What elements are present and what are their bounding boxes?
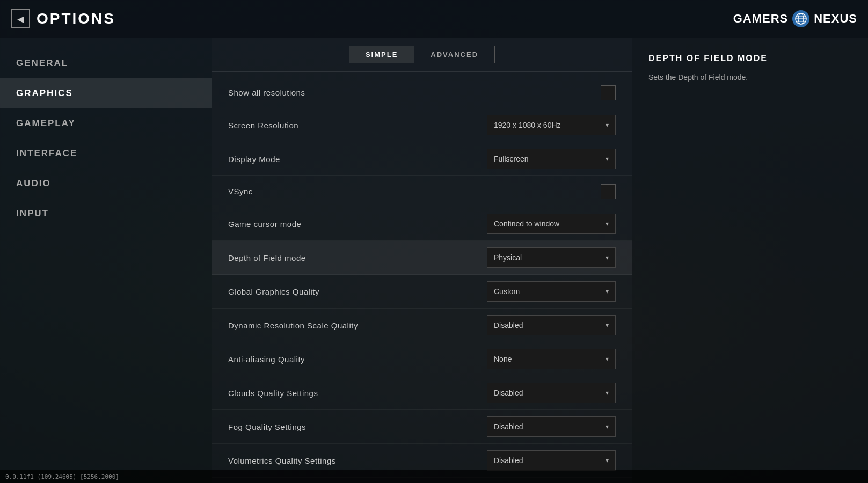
dropdown-dynamic-resolution-value: Disabled — [494, 321, 523, 330]
chevron-down-icon: ▾ — [606, 254, 609, 261]
sidebar-item-gameplay[interactable]: GAMEPLAY — [0, 108, 212, 138]
logo-globe-icon — [792, 10, 809, 27]
dropdown-depth-of-field-value: Physical — [494, 253, 522, 262]
tab-advanced[interactable]: ADVANCED — [414, 46, 495, 63]
back-arrow-icon: ◀ — [11, 9, 30, 28]
logo-area: GAMERS NEXUS — [733, 10, 857, 27]
settings-tabs: SIMPLE ADVANCED — [212, 38, 632, 72]
dropdown-clouds-quality[interactable]: Disabled ▾ — [487, 383, 616, 403]
setting-label-dynamic-resolution: Dynamic Resolution Scale Quality — [228, 321, 487, 330]
checkbox-show-all-resolutions[interactable] — [601, 85, 616, 100]
setting-control-fog-quality: Disabled ▾ — [487, 416, 616, 437]
setting-row-show-all-resolutions: Show all resolutions — [212, 77, 632, 108]
setting-label-fog-quality: Fog Quality Settings — [228, 422, 487, 431]
setting-row-anti-aliasing: Anti-aliasing Quality None ▾ — [212, 342, 632, 376]
chevron-down-icon: ▾ — [606, 220, 609, 228]
dropdown-global-graphics-quality[interactable]: Custom ▾ — [487, 281, 616, 302]
info-panel-description: Sets the Depth of Field mode. — [648, 71, 852, 83]
dropdown-anti-aliasing-value: None — [494, 355, 512, 363]
sidebar-item-interface[interactable]: INTERFACE — [0, 138, 212, 169]
svg-rect-5 — [604, 89, 612, 97]
dropdown-game-cursor-mode[interactable]: Confined to window ▾ — [487, 214, 616, 234]
setting-label-show-all-resolutions: Show all resolutions — [228, 88, 601, 97]
logo-text-1: GAMERS — [733, 12, 789, 26]
chevron-down-icon: ▾ — [606, 423, 609, 430]
dropdown-anti-aliasing[interactable]: None ▾ — [487, 349, 616, 369]
settings-list[interactable]: Show all resolutions Screen Resolution 1… — [212, 72, 632, 483]
logo-text-2: NEXUS — [814, 12, 857, 26]
dropdown-volumetrics-quality[interactable]: Disabled ▾ — [487, 450, 616, 471]
header-bar: ◀ OPTIONS GAMERS NEXUS — [0, 0, 868, 38]
setting-control-depth-of-field: Physical ▾ — [487, 247, 616, 268]
setting-control-clouds-quality: Disabled ▾ — [487, 383, 616, 403]
setting-label-clouds-quality: Clouds Quality Settings — [228, 389, 487, 398]
dropdown-screen-resolution[interactable]: 1920 x 1080 x 60Hz ▾ — [487, 115, 616, 135]
setting-label-depth-of-field: Depth of Field mode — [228, 253, 487, 262]
setting-row-dynamic-resolution: Dynamic Resolution Scale Quality Disable… — [212, 309, 632, 342]
setting-label-screen-resolution: Screen Resolution — [228, 121, 487, 130]
chevron-down-icon: ▾ — [606, 321, 609, 329]
dropdown-clouds-quality-value: Disabled — [494, 389, 523, 397]
chevron-down-icon: ▾ — [606, 457, 609, 464]
chevron-down-icon: ▾ — [606, 355, 609, 363]
dropdown-fog-quality[interactable]: Disabled ▾ — [487, 416, 616, 437]
dropdown-dynamic-resolution[interactable]: Disabled ▾ — [487, 315, 616, 335]
setting-control-volumetrics-quality: Disabled ▾ — [487, 450, 616, 471]
chevron-down-icon: ▾ — [606, 155, 609, 163]
setting-control-anti-aliasing: None ▾ — [487, 349, 616, 369]
sidebar-item-input[interactable]: INPUT — [0, 199, 212, 229]
dropdown-depth-of-field[interactable]: Physical ▾ — [487, 247, 616, 268]
chevron-down-icon: ▾ — [606, 389, 609, 397]
setting-row-vsync: VSync — [212, 176, 632, 207]
chevron-down-icon: ▾ — [606, 288, 609, 295]
setting-control-game-cursor-mode: Confined to window ▾ — [487, 214, 616, 234]
dropdown-display-mode-value: Fullscreen — [494, 155, 529, 163]
sidebar-item-general[interactable]: GENERAL — [0, 48, 212, 78]
dropdown-global-graphics-quality-value: Custom — [494, 287, 520, 296]
chevron-down-icon: ▾ — [606, 121, 609, 129]
setting-control-display-mode: Fullscreen ▾ — [487, 149, 616, 169]
setting-control-dynamic-resolution: Disabled ▾ — [487, 315, 616, 335]
sidebar: GENERAL GRAPHICS GAMEPLAY INTERFACE AUDI… — [0, 38, 212, 483]
info-panel: DEPTH OF FIELD MODE Sets the Depth of Fi… — [632, 38, 868, 483]
dropdown-fog-quality-value: Disabled — [494, 422, 523, 431]
status-text: 0.0.11f1 (109.24605) [5256.2000] — [5, 473, 119, 480]
setting-label-volumetrics-quality: Volumetrics Quality Settings — [228, 456, 487, 465]
setting-label-display-mode: Display Mode — [228, 155, 487, 164]
back-button[interactable]: ◀ OPTIONS — [11, 9, 115, 28]
setting-row-screen-resolution: Screen Resolution 1920 x 1080 x 60Hz ▾ — [212, 108, 632, 142]
setting-row-depth-of-field: Depth of Field mode Physical ▾ — [212, 241, 632, 275]
setting-label-vsync: VSync — [228, 187, 601, 196]
sidebar-item-audio[interactable]: AUDIO — [0, 169, 212, 199]
status-bar: 0.0.11f1 (109.24605) [5256.2000] — [0, 470, 868, 483]
setting-row-global-graphics-quality: Global Graphics Quality Custom ▾ — [212, 275, 632, 309]
dropdown-volumetrics-quality-value: Disabled — [494, 456, 523, 465]
dropdown-screen-resolution-value: 1920 x 1080 x 60Hz — [494, 121, 561, 129]
setting-control-global-graphics-quality: Custom ▾ — [487, 281, 616, 302]
setting-row-clouds-quality: Clouds Quality Settings Disabled ▾ — [212, 376, 632, 410]
info-panel-title: DEPTH OF FIELD MODE — [648, 54, 852, 63]
checkbox-vsync[interactable] — [601, 184, 616, 199]
page-title: OPTIONS — [37, 10, 115, 27]
setting-row-fog-quality: Fog Quality Settings Disabled ▾ — [212, 410, 632, 444]
setting-label-anti-aliasing: Anti-aliasing Quality — [228, 355, 487, 364]
setting-control-screen-resolution: 1920 x 1080 x 60Hz ▾ — [487, 115, 616, 135]
setting-row-game-cursor-mode: Game cursor mode Confined to window ▾ — [212, 207, 632, 241]
main-content: GENERAL GRAPHICS GAMEPLAY INTERFACE AUDI… — [0, 38, 868, 483]
dropdown-display-mode[interactable]: Fullscreen ▾ — [487, 149, 616, 169]
setting-label-game-cursor-mode: Game cursor mode — [228, 219, 487, 229]
svg-rect-6 — [604, 187, 612, 196]
tab-simple[interactable]: SIMPLE — [349, 46, 414, 63]
setting-row-display-mode: Display Mode Fullscreen ▾ — [212, 142, 632, 176]
settings-panel: SIMPLE ADVANCED Show all resolutions Scr… — [212, 38, 632, 483]
setting-label-global-graphics-quality: Global Graphics Quality — [228, 287, 487, 296]
dropdown-game-cursor-mode-value: Confined to window — [494, 219, 559, 228]
sidebar-item-graphics[interactable]: GRAPHICS — [0, 78, 212, 108]
